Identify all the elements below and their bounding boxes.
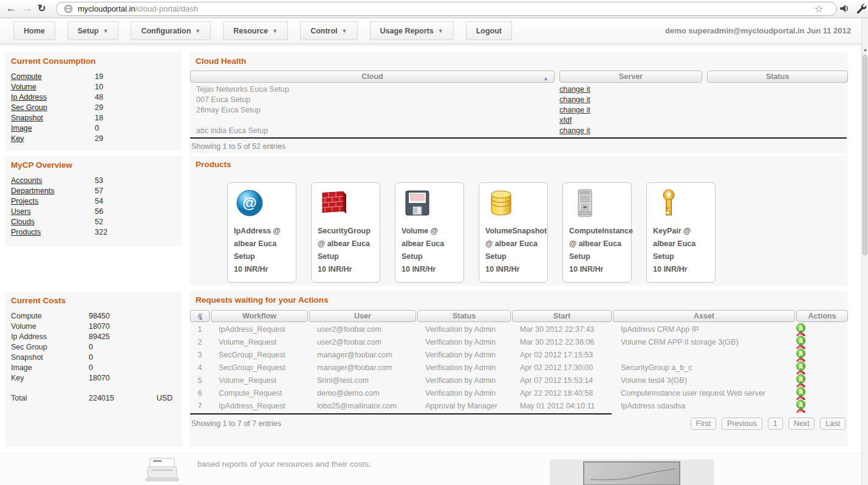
column-header-status[interactable]: Status: [417, 310, 511, 322]
server-change-link[interactable]: change it: [559, 126, 590, 135]
sec-group-link[interactable]: Sec Group: [11, 103, 95, 112]
scrollbar-thumb[interactable]: [863, 55, 867, 255]
vertical-scrollbar[interactable]: ▲: [861, 18, 868, 485]
product-card-volumesnapshot[interactable]: VolumeSnapshot @ albear Euca Setup10 INR…: [479, 182, 548, 283]
snapshot-link[interactable]: Snapshot: [11, 114, 95, 122]
product-card-keypair[interactable]: KeyPair @ albear Euca Setup10 INR/Hr: [646, 182, 716, 283]
list-item-compute: Compute19: [5, 71, 182, 81]
page-button-previous[interactable]: Previous: [722, 418, 762, 430]
page-button-last[interactable]: Last: [820, 418, 846, 430]
list-item-users: Users56: [5, 206, 182, 216]
users-value: 56: [95, 207, 103, 216]
request-status: Verification by Admin: [417, 362, 511, 374]
request-workflow: Volume_Request: [211, 374, 308, 387]
server-change-link[interactable]: change it: [559, 85, 590, 94]
sec-group-value: 29: [95, 103, 103, 112]
currency-label: USD: [157, 394, 173, 402]
reject-icon[interactable]: R: [796, 409, 805, 413]
accounts-link[interactable]: Accounts: [11, 176, 95, 185]
footer-section: based reports of your resources and thei…: [0, 453, 868, 485]
column-header-start[interactable]: Start: [512, 310, 612, 322]
page-button-next[interactable]: Next: [788, 418, 815, 430]
nav-item-label: Usage Reports: [380, 27, 434, 35]
product-name: IpAddress @ albear Euca Setup: [234, 225, 290, 263]
column-header-num[interactable]: #▲: [190, 310, 210, 322]
request-asset: Volume CRM APP II storage 3(GB): [613, 336, 795, 349]
departments-link[interactable]: Departments: [11, 187, 95, 195]
request-start: Mar 30 2012 22:38:06: [512, 336, 612, 349]
scroll-up-arrow-icon[interactable]: ▲: [863, 47, 867, 52]
request-row: 5Volume_RequestSrini@test.comVerificatio…: [190, 374, 847, 387]
server-change-link[interactable]: change it: [559, 106, 590, 114]
approve-icon[interactable]: A: [796, 374, 805, 384]
reload-icon[interactable]: ↻: [38, 2, 46, 14]
approve-icon[interactable]: A: [796, 349, 805, 358]
column-header-cloud[interactable]: Cloud▲: [190, 71, 555, 83]
server-change-link[interactable]: change it: [559, 95, 590, 104]
server-cell: change it: [559, 126, 702, 136]
image-link[interactable]: Image: [11, 124, 95, 132]
forward-icon[interactable]: →: [22, 2, 32, 15]
request-user: user2@foobar.com: [309, 336, 416, 349]
request-asset: [613, 349, 795, 362]
request-asset: SecurityGroup a_b_c: [613, 362, 795, 374]
nav-item-logout[interactable]: Logout: [466, 21, 512, 40]
column-header-workflow[interactable]: Workflow: [211, 310, 308, 322]
users-link[interactable]: Users: [11, 207, 95, 216]
approve-icon[interactable]: A: [796, 323, 805, 332]
approve-icon[interactable]: A: [796, 387, 805, 396]
extension-icon[interactable]: [838, 2, 850, 15]
wrench-icon[interactable]: [855, 2, 867, 15]
back-icon[interactable]: ←: [6, 2, 16, 15]
address-bar[interactable]: mycloudportal.in/cloud-portal/dash ☆: [56, 2, 837, 16]
product-card-computeinstance[interactable]: ComputeInstance @ albear Euca Setup10 IN…: [562, 182, 632, 283]
sort-asc-icon: ▲: [543, 73, 548, 84]
nav-item-setup[interactable]: Setup▼: [67, 21, 119, 40]
volume-link[interactable]: Volume: [11, 83, 95, 91]
ip-address-link[interactable]: Ip Address: [11, 93, 95, 101]
list-item-products: Products322: [5, 227, 182, 237]
column-header-status[interactable]: Status: [707, 71, 848, 83]
requests-title: Requests waiting for your Actions: [190, 291, 847, 308]
approve-icon[interactable]: A: [796, 400, 805, 409]
key-link[interactable]: Key: [11, 134, 95, 143]
clouds-link[interactable]: Clouds: [11, 218, 95, 226]
nav-item-home[interactable]: Home: [13, 21, 55, 40]
request-actions: AR: [796, 349, 848, 362]
product-card-securitygroup[interactable]: SecurityGroup @ albear Euca Setup10 INR/…: [311, 182, 380, 283]
product-price: 10 INR/Hr: [318, 263, 374, 276]
projects-link[interactable]: Projects: [11, 197, 95, 205]
current-consumption-panel: Current Consumption Compute19Volume10Ip …: [5, 52, 182, 151]
sort-asc-icon: ▲: [198, 312, 203, 324]
image-value: 0: [95, 124, 99, 132]
column-header-actions[interactable]: Actions: [796, 310, 848, 322]
products-panel: Products @IpAddress @ albear Euca Setup1…: [190, 156, 847, 286]
nav-item-configuration[interactable]: Configuration▼: [131, 21, 211, 40]
products-link[interactable]: Products: [11, 228, 95, 236]
nav-item-label: Control: [310, 27, 337, 35]
bookmark-star-icon[interactable]: ☆: [815, 3, 823, 15]
image-label: Image: [11, 363, 89, 372]
column-header-server[interactable]: Server: [559, 71, 702, 83]
chevron-down-icon: ▼: [342, 28, 347, 34]
nav-item-usage-reports[interactable]: Usage Reports▼: [370, 21, 454, 40]
approve-icon[interactable]: A: [796, 336, 805, 345]
page-button-1[interactable]: 1: [768, 418, 783, 430]
list-item-sec-group: Sec Group0: [5, 342, 182, 352]
column-header-user[interactable]: User: [309, 310, 416, 322]
approve-icon[interactable]: A: [796, 362, 805, 371]
column-header-asset[interactable]: Asset: [613, 310, 795, 322]
page-button-first[interactable]: First: [691, 418, 716, 430]
request-row: 2Volume_Requestuser2@foobar.comVerificat…: [190, 336, 847, 349]
nav-item-control[interactable]: Control▼: [300, 21, 357, 40]
product-card-ipaddress[interactable]: @IpAddress @ albear Euca Setup10 INR/Hr: [227, 182, 296, 283]
request-row: 1IpAddress_Requestuser2@foobar.comVerifi…: [190, 323, 847, 336]
product-card-volume[interactable]: Volume @ albear Euca Setup10 INR/Hr: [395, 182, 464, 283]
server-icon: [569, 188, 625, 222]
browser-toolbar: ← → ↻ mycloudportal.in/cloud-portal/dash…: [0, 0, 868, 18]
ip-address-value: 48: [95, 93, 103, 101]
server-change-link[interactable]: xfdf: [559, 116, 572, 125]
compute-link[interactable]: Compute: [11, 72, 95, 81]
nav-item-resource[interactable]: Resource▼: [223, 21, 288, 40]
cloud-health-row: 007 Euca Setupchange it: [190, 95, 847, 105]
